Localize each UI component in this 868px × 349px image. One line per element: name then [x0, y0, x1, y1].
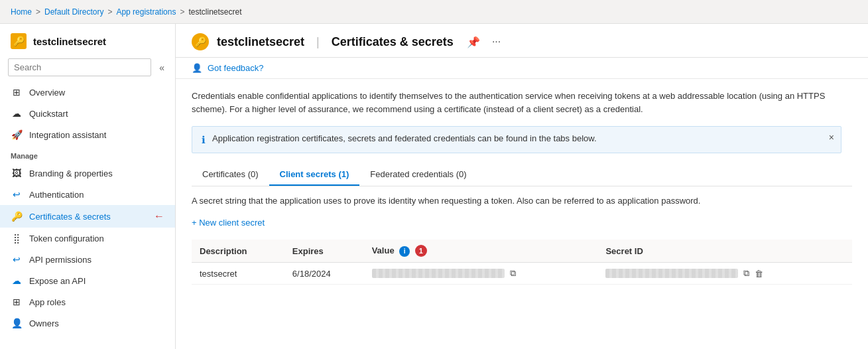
- value-info-badge: i: [399, 246, 410, 257]
- sidebar-item-label: Integration assistant: [29, 130, 106, 140]
- sidebar-item-owners[interactable]: 👤 Owners: [0, 313, 175, 334]
- sidebar-search-wrap: «: [0, 56, 175, 82]
- secret-id: ⧉ 🗑: [597, 263, 852, 285]
- main-app-name: testclinetsecret: [217, 35, 304, 49]
- breadcrumb-sep-3: >: [180, 7, 184, 17]
- sidebar-item-label: Overview: [29, 88, 65, 98]
- sidebar-item-integration-assistant[interactable]: 🚀 Integration assistant: [0, 124, 175, 145]
- main-header: 🔑 testclinetsecret | Certificates & secr…: [176, 24, 868, 58]
- secret-expires: 6/18/2024: [284, 263, 364, 285]
- collapse-button[interactable]: «: [156, 61, 167, 74]
- sidebar-item-api-permissions[interactable]: ↩ API permissions: [0, 249, 175, 270]
- new-client-secret-button[interactable]: + New client secret: [192, 215, 265, 230]
- main-content: 🔑 testclinetsecret | Certificates & secr…: [176, 24, 868, 349]
- feedback-label: Got feedback?: [208, 63, 264, 73]
- copy-id-button[interactable]: ⧉: [743, 268, 749, 279]
- feedback-icon: 👤: [192, 63, 202, 73]
- tabs-bar: Certificates (0) Client secrets (1) Fede…: [192, 164, 852, 186]
- breadcrumb: Home > Default Directory > App registrat…: [0, 0, 868, 24]
- sidebar-app-title: testclinetsecret: [33, 36, 106, 47]
- table-row: testsecret 6/18/2024 ⧉ ⧉: [192, 263, 852, 285]
- key-icon: 🔑: [11, 211, 23, 222]
- col-value: Value i 1: [364, 240, 598, 263]
- sidebar-item-label: Token configuration: [29, 234, 104, 244]
- owners-icon: 👤: [11, 318, 23, 328]
- main-body: Credentials enable confidential applicat…: [176, 79, 868, 295]
- breadcrumb-home[interactable]: Home: [11, 7, 32, 17]
- tab-federated-credentials[interactable]: Federated credentials (0): [359, 164, 477, 186]
- api-icon: ↩: [11, 254, 23, 265]
- secrets-table: Description Expires Value i 1 Secret ID …: [192, 240, 852, 285]
- sidebar-item-authentication[interactable]: ↩ Authentication: [0, 184, 175, 205]
- approles-icon: ⊞: [11, 297, 23, 307]
- sidebar-item-label: Expose an API: [29, 276, 86, 286]
- sidebar-header: 🔑 testclinetsecret: [0, 24, 175, 56]
- breadcrumb-current: testclinetsecret: [188, 7, 241, 17]
- secret-id-blurred: [605, 269, 738, 278]
- page-title: Certificates & secrets: [332, 35, 454, 49]
- sidebar-item-token-config[interactable]: ⣿ Token configuration: [0, 228, 175, 249]
- tab-client-secrets[interactable]: Client secrets (1): [269, 164, 360, 186]
- app-icon: 🔑: [11, 33, 27, 49]
- sidebar-item-app-roles[interactable]: ⊞ App roles: [0, 291, 175, 313]
- overview-icon: ⊞: [11, 87, 23, 98]
- auth-icon: ↩: [11, 189, 23, 200]
- secret-value-blurred: [372, 269, 505, 278]
- sidebar-item-certificates[interactable]: 🔑 Certificates & secrets ←: [0, 205, 175, 228]
- breadcrumb-sep-1: >: [36, 7, 40, 17]
- secret-value: ⧉: [364, 263, 598, 285]
- pin-button[interactable]: 📌: [464, 35, 483, 50]
- sidebar-item-label: Quickstart: [29, 109, 68, 119]
- sidebar-item-label: API permissions: [29, 255, 92, 265]
- token-icon: ⣿: [11, 233, 23, 244]
- col-expires: Expires: [284, 240, 364, 263]
- breadcrumb-sep-2: >: [107, 7, 112, 17]
- main-title-separator: |: [316, 35, 320, 49]
- tab-certificates[interactable]: Certificates (0): [192, 164, 269, 186]
- info-icon: ℹ: [202, 134, 206, 146]
- sidebar-item-expose-api[interactable]: ☁ Expose an API: [0, 270, 175, 291]
- manage-section-label: Manage: [0, 145, 175, 163]
- sidebar-item-overview[interactable]: ⊞ Overview: [0, 82, 175, 103]
- copy-value-button[interactable]: ⧉: [510, 268, 516, 279]
- header-actions: 📌 ···: [464, 35, 503, 50]
- active-arrow-icon: ←: [154, 210, 164, 222]
- main-header-icon: 🔑: [192, 33, 209, 50]
- secret-description: testsecret: [192, 263, 284, 285]
- search-input[interactable]: [8, 58, 151, 76]
- main-description: Credentials enable confidential applicat…: [192, 90, 841, 115]
- feedback-bar[interactable]: 👤 Got feedback?: [176, 58, 868, 79]
- info-banner-text: Application registration certificates, s…: [212, 133, 832, 143]
- sidebar-item-branding[interactable]: 🖼 Branding & properties: [0, 163, 175, 184]
- value-num-badge: 1: [415, 245, 427, 257]
- rocket-icon: 🚀: [11, 129, 23, 140]
- sidebar-item-label: Certificates & secrets: [29, 212, 111, 222]
- sidebar: 🔑 testclinetsecret « ⊞ Overview ☁ Quicks…: [0, 24, 176, 349]
- info-banner-close-button[interactable]: ×: [829, 132, 834, 143]
- sidebar-item-label: Owners: [29, 318, 59, 328]
- sidebar-item-quickstart[interactable]: ☁ Quickstart: [0, 103, 175, 124]
- more-button[interactable]: ···: [489, 35, 503, 49]
- expose-icon: ☁: [11, 275, 23, 286]
- branding-icon: 🖼: [11, 168, 23, 178]
- quickstart-icon: ☁: [11, 108, 23, 119]
- tab-description: A secret string that the application use…: [192, 196, 788, 206]
- sidebar-item-label: Authentication: [29, 190, 84, 200]
- delete-secret-button[interactable]: 🗑: [755, 269, 763, 279]
- sidebar-item-label: Branding & properties: [29, 169, 113, 178]
- breadcrumb-app-registrations[interactable]: App registrations: [116, 7, 176, 17]
- col-description: Description: [192, 240, 284, 263]
- col-secret-id: Secret ID: [597, 240, 852, 263]
- sidebar-item-label: App roles: [29, 297, 66, 307]
- sidebar-nav: ⊞ Overview ☁ Quickstart 🚀 Integration as…: [0, 82, 175, 349]
- breadcrumb-default-directory[interactable]: Default Directory: [44, 7, 103, 17]
- info-banner: ℹ Application registration certificates,…: [192, 126, 841, 153]
